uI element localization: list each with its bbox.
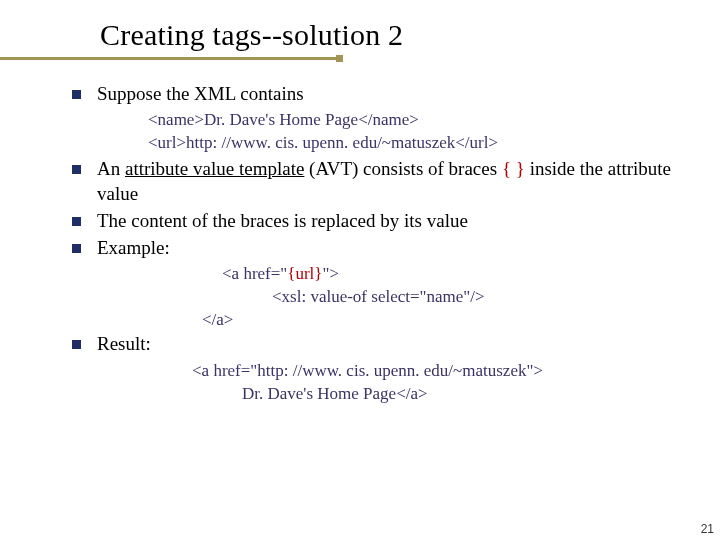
code-line: <xsl: value-of select="name"/> (72, 286, 690, 309)
bullet-row: Example: (72, 236, 690, 260)
code-line: <a href="http: //www. cis. upenn. edu/~m… (72, 360, 690, 383)
bullet-icon (72, 340, 81, 349)
bullet-text: An attribute value template (AVT) consis… (97, 157, 690, 206)
slide: Creating tags--solution 2 Suppose the XM… (0, 0, 720, 540)
code-line: <a href="{url}"> (72, 263, 690, 286)
bullet-icon (72, 244, 81, 253)
bullet-text: Result: (97, 332, 690, 356)
title-underline (0, 57, 336, 60)
code-line: <url>http: //www. cis. upenn. edu/~matus… (72, 132, 690, 155)
bullet-row: Result: (72, 332, 690, 356)
text-fragment: An (97, 158, 125, 179)
text-fragment: (AVT) consists of braces (304, 158, 502, 179)
code-line: <name>Dr. Dave's Home Page</name> (72, 109, 690, 132)
code-line: </a> (72, 309, 690, 332)
code-fragment: "> (323, 264, 340, 283)
underlined-term: attribute value template (125, 158, 304, 179)
code-fragment: <a href=" (222, 264, 287, 283)
brace-close: } (511, 158, 525, 179)
bullet-row: An attribute value template (AVT) consis… (72, 157, 690, 206)
brace-open: { (502, 158, 511, 179)
avt-braces: {url} (287, 264, 322, 283)
bullet-icon (72, 165, 81, 174)
code-line: Dr. Dave's Home Page</a> (72, 383, 690, 406)
bullet-row: Suppose the XML contains (72, 82, 690, 106)
bullet-text: The content of the braces is replaced by… (97, 209, 690, 233)
bullet-text: Suppose the XML contains (97, 82, 690, 106)
page-number: 21 (701, 522, 714, 536)
bullet-text: Example: (97, 236, 690, 260)
title-underline-cap (336, 55, 343, 62)
bullet-row: The content of the braces is replaced by… (72, 209, 690, 233)
bullet-icon (72, 217, 81, 226)
slide-title: Creating tags--solution 2 (100, 18, 720, 52)
slide-body: Suppose the XML contains <name>Dr. Dave'… (0, 52, 720, 405)
bullet-icon (72, 90, 81, 99)
title-area: Creating tags--solution 2 (0, 0, 720, 52)
